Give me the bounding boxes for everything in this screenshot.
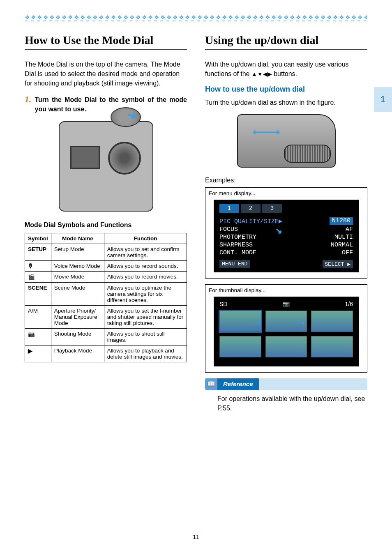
menu-key: FOCUS — [219, 226, 238, 233]
reference-text: For operations available with the up/dow… — [205, 394, 367, 413]
menu-key: CONT. MODE — [219, 249, 256, 256]
function-cell: Allows you to playback and delete still … — [104, 345, 187, 362]
thumbnail — [265, 336, 307, 357]
symbol-cell: SETUP — [25, 244, 51, 260]
camera-illustration — [25, 121, 187, 212]
decorative-border — [25, 15, 367, 21]
table-row: SCENE Scene Mode Allows you to optimize … — [25, 282, 187, 305]
left-title: How to Use the Mode Dial — [25, 34, 187, 50]
thumbnail — [311, 336, 353, 357]
menu-key: PHOTOMETRY — [219, 234, 256, 241]
examples-label: Examples: — [205, 177, 367, 184]
right-title: Using the up/down dial — [205, 34, 367, 50]
mode-name-cell: Voice Memo Mode — [51, 260, 104, 271]
menu-footer-right: SELECT ▶ — [323, 260, 353, 268]
symbol-cell: A/M — [25, 305, 51, 328]
menu-value: OFF — [342, 249, 353, 256]
right-intro: With the up/down dial, you can easily us… — [205, 60, 367, 78]
table-row: 🎬 Movie Mode Allows you to record movies… — [25, 271, 187, 282]
thumbnail-screenshot: SD 📷 1/6 → → — [214, 297, 359, 366]
thumbnail-counter: 1/6 — [345, 301, 353, 307]
sd-icon: SD — [219, 301, 227, 307]
menu-value: MULTI — [334, 234, 353, 241]
menu-tab: 2 — [241, 204, 261, 213]
symbol-cell: ▶ — [25, 345, 51, 362]
menu-value: AF — [346, 226, 353, 233]
menu-footer-left: MENU END — [219, 260, 250, 268]
col-symbol: Symbol — [25, 233, 51, 244]
mode-name-cell: Aperture Priority/ Manual Exposure Mode — [51, 305, 104, 328]
arrow-icons: ▲▼◀▶ — [251, 71, 272, 77]
menu-key: SHARPNESS — [219, 242, 253, 249]
intro-part-b: buttons. — [272, 70, 297, 77]
mode-name-cell: Scene Mode — [51, 282, 104, 305]
reference-bar: 📖 Reference — [205, 378, 367, 390]
menu-key: PIC QUALITY/SIZE▶ — [219, 217, 282, 225]
menu-screenshot: 1 2 3 PIC QUALITY/SIZE▶N1280 FOCUSAF PHO… — [214, 200, 359, 272]
right-column: Using the up/down dial With the up/down … — [205, 34, 367, 413]
symbol-cell: 📷 — [25, 328, 51, 345]
table-row: 🎙 Voice Memo Mode Allows you to record s… — [25, 260, 187, 271]
table-row: SETUP Setup Mode Allows you to set and c… — [25, 244, 187, 260]
example-thumbnail-box: For thumbnail display... SD 📷 1/6 — [205, 284, 367, 373]
function-cell: Allows you to set and confirm camera set… — [104, 244, 187, 260]
mode-name-cell: Shooting Mode — [51, 328, 104, 345]
function-cell: Allows you to set the f-number and shutt… — [104, 305, 187, 328]
reference-label: Reference — [217, 378, 259, 390]
mode-name-cell: Playback Mode — [51, 345, 104, 362]
example-menu-box: For menu display... 1 2 3 PIC QUALITY/SI… — [205, 187, 367, 279]
table-row: ▶ Playback Mode Allows you to playback a… — [25, 345, 187, 362]
page-number: 11 — [0, 534, 392, 540]
function-cell: Allows you to shoot still images. — [104, 328, 187, 345]
mode-dial-table: Symbol Mode Name Function SETUP Setup Mo… — [25, 233, 187, 362]
menu-value: NORMAL — [331, 242, 353, 249]
mode-name-cell: Setup Mode — [51, 244, 104, 260]
thumbnail — [311, 311, 353, 332]
dial-illustration — [205, 114, 367, 168]
arrow-icon: → — [252, 316, 263, 329]
table-row: 📷 Shooting Mode Allows you to shoot stil… — [25, 328, 187, 345]
example-caption: For thumbnail display... — [205, 285, 367, 295]
function-cell: Allows you to record movies. — [104, 271, 187, 282]
table-row: A/M Aperture Priority/ Manual Exposure M… — [25, 305, 187, 328]
left-column: How to Use the Mode Dial The Mode Dial i… — [25, 34, 187, 413]
thumbnail — [219, 336, 261, 357]
arrow-icon: ↘ — [275, 223, 282, 237]
menu-value: N1280 — [330, 217, 353, 225]
symbol-cell: SCENE — [25, 282, 51, 305]
col-function: Function — [104, 233, 187, 244]
menu-tab: 3 — [262, 204, 282, 213]
turn-text: Turn the up/down dial as shown in the fi… — [205, 98, 367, 107]
left-intro: The Mode Dial is on the top of the camer… — [25, 60, 187, 88]
example-caption: For menu display... — [205, 188, 367, 198]
arrow-icon: → — [296, 316, 307, 329]
table-heading: Mode Dial Symbols and Functions — [25, 221, 187, 229]
symbol-cell: 🎬 — [25, 271, 51, 282]
step-text: Turn the Mode Dial to the symbol of the … — [35, 95, 187, 114]
col-mode-name: Mode Name — [51, 233, 104, 244]
step-1: 1. Turn the Mode Dial to the symbol of t… — [25, 95, 187, 114]
subheading-blue: How to use the up/down dial — [205, 85, 367, 94]
symbol-cell: 🎙 — [25, 260, 51, 271]
reference-icon: 📖 — [205, 378, 217, 390]
mode-name-cell: Movie Mode — [51, 271, 104, 282]
function-cell: Allows you to optimize the camera settin… — [104, 282, 187, 305]
function-cell: Allows you to record sounds. — [104, 260, 187, 271]
menu-tab: 1 — [219, 204, 239, 213]
section-tab: 1 — [374, 87, 392, 112]
camera-icon: 📷 — [283, 301, 290, 307]
step-number: 1. — [25, 95, 32, 104]
